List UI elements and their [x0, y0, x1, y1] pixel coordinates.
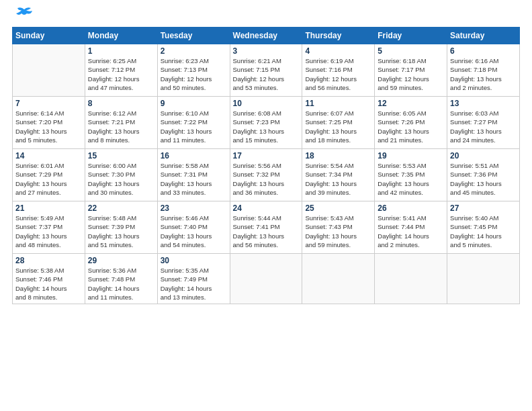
- day-number: 5: [378, 46, 444, 56]
- calendar-week-row: 21Sunrise: 5:49 AMSunset: 7:37 PMDayligh…: [13, 201, 520, 254]
- day-info: Sunrise: 6:16 AMSunset: 7:18 PMDaylight:…: [450, 56, 517, 92]
- day-info: Sunrise: 6:10 AMSunset: 7:22 PMDaylight:…: [161, 109, 227, 144]
- calendar-cell: 2Sunrise: 6:23 AMSunset: 7:13 PMDaylight…: [157, 44, 230, 97]
- day-info: Sunrise: 6:21 AMSunset: 7:15 PMDaylight:…: [233, 56, 300, 92]
- calendar-week-row: 1Sunrise: 6:25 AMSunset: 7:12 PMDaylight…: [13, 44, 520, 97]
- weekday-header-tuesday: Tuesday: [157, 28, 230, 44]
- calendar-cell: 16Sunrise: 5:58 AMSunset: 7:31 PMDayligh…: [157, 149, 230, 201]
- day-info: Sunrise: 6:19 AMSunset: 7:16 PMDaylight:…: [305, 56, 371, 92]
- weekday-header-friday: Friday: [375, 28, 447, 44]
- day-number: 8: [88, 99, 154, 108]
- calendar-cell: 29Sunrise: 5:36 AMSunset: 7:48 PMDayligh…: [85, 254, 157, 304]
- day-number: 3: [233, 46, 300, 56]
- day-number: 7: [15, 99, 82, 108]
- day-number: 1: [88, 46, 154, 56]
- calendar-cell: 24Sunrise: 5:44 AMSunset: 7:41 PMDayligh…: [230, 201, 302, 254]
- day-number: 21: [15, 203, 82, 213]
- calendar-cell: 30Sunrise: 5:35 AMSunset: 7:49 PMDayligh…: [157, 254, 230, 304]
- day-info: Sunrise: 6:00 AMSunset: 7:30 PMDaylight:…: [88, 161, 154, 197]
- calendar-cell: 10Sunrise: 6:08 AMSunset: 7:23 PMDayligh…: [230, 97, 302, 149]
- weekday-header-thursday: Thursday: [302, 28, 375, 44]
- calendar-cell: 3Sunrise: 6:21 AMSunset: 7:15 PMDaylight…: [230, 44, 302, 97]
- calendar-cell: [447, 254, 520, 304]
- calendar-cell: 15Sunrise: 6:00 AMSunset: 7:30 PMDayligh…: [85, 149, 157, 201]
- day-number: 22: [88, 203, 154, 213]
- day-info: Sunrise: 5:58 AMSunset: 7:31 PMDaylight:…: [161, 161, 227, 197]
- day-number: 16: [161, 151, 227, 161]
- day-info: Sunrise: 6:08 AMSunset: 7:23 PMDaylight:…: [233, 109, 300, 144]
- day-info: Sunrise: 6:25 AMSunset: 7:12 PMDaylight:…: [88, 56, 154, 92]
- header: [12, 12, 520, 20]
- day-info: Sunrise: 6:01 AMSunset: 7:29 PMDaylight:…: [15, 161, 82, 197]
- calendar-cell: 22Sunrise: 5:48 AMSunset: 7:39 PMDayligh…: [85, 201, 157, 254]
- calendar-cell: [230, 254, 302, 304]
- weekday-header-sunday: Sunday: [13, 28, 85, 44]
- calendar-week-row: 28Sunrise: 5:38 AMSunset: 7:46 PMDayligh…: [13, 254, 520, 304]
- weekday-header-monday: Monday: [85, 28, 157, 44]
- calendar-cell: 12Sunrise: 6:05 AMSunset: 7:26 PMDayligh…: [375, 97, 447, 149]
- day-info: Sunrise: 5:48 AMSunset: 7:39 PMDaylight:…: [88, 214, 154, 249]
- calendar-cell: 26Sunrise: 5:41 AMSunset: 7:44 PMDayligh…: [375, 201, 447, 254]
- day-info: Sunrise: 6:05 AMSunset: 7:26 PMDaylight:…: [378, 109, 444, 144]
- day-number: 30: [161, 256, 227, 265]
- day-info: Sunrise: 6:12 AMSunset: 7:21 PMDaylight:…: [88, 109, 154, 144]
- weekday-header-wednesday: Wednesday: [230, 28, 302, 44]
- day-number: 2: [161, 46, 227, 56]
- day-info: Sunrise: 5:35 AMSunset: 7:49 PMDaylight:…: [161, 266, 227, 302]
- calendar-week-row: 7Sunrise: 6:14 AMSunset: 7:20 PMDaylight…: [13, 97, 520, 149]
- day-info: Sunrise: 6:07 AMSunset: 7:25 PMDaylight:…: [305, 109, 371, 144]
- day-info: Sunrise: 6:18 AMSunset: 7:17 PMDaylight:…: [378, 56, 444, 92]
- calendar-cell: 6Sunrise: 6:16 AMSunset: 7:18 PMDaylight…: [447, 44, 520, 97]
- calendar-cell: 5Sunrise: 6:18 AMSunset: 7:17 PMDaylight…: [375, 44, 447, 97]
- day-number: 20: [450, 151, 517, 161]
- day-number: 17: [233, 151, 300, 161]
- calendar-cell: [375, 254, 447, 304]
- weekday-header-saturday: Saturday: [447, 28, 520, 44]
- day-info: Sunrise: 5:46 AMSunset: 7:40 PMDaylight:…: [161, 214, 227, 249]
- day-number: 9: [161, 99, 227, 108]
- calendar-cell: 17Sunrise: 5:56 AMSunset: 7:32 PMDayligh…: [230, 149, 302, 201]
- day-number: 26: [378, 203, 444, 213]
- day-info: Sunrise: 5:41 AMSunset: 7:44 PMDaylight:…: [378, 214, 444, 249]
- page: SundayMondayTuesdayWednesdayThursdayFrid…: [0, 0, 532, 411]
- calendar-table: SundayMondayTuesdayWednesdayThursdayFrid…: [12, 27, 520, 304]
- calendar-cell: 14Sunrise: 6:01 AMSunset: 7:29 PMDayligh…: [13, 149, 85, 201]
- day-info: Sunrise: 5:40 AMSunset: 7:45 PMDaylight:…: [450, 214, 517, 249]
- day-number: 13: [450, 99, 517, 108]
- day-number: 15: [88, 151, 154, 161]
- day-info: Sunrise: 6:14 AMSunset: 7:20 PMDaylight:…: [15, 109, 82, 144]
- calendar-cell: 8Sunrise: 6:12 AMSunset: 7:21 PMDaylight…: [85, 97, 157, 149]
- day-number: 14: [15, 151, 82, 161]
- day-info: Sunrise: 5:38 AMSunset: 7:46 PMDaylight:…: [15, 266, 82, 302]
- calendar-cell: 19Sunrise: 5:53 AMSunset: 7:35 PMDayligh…: [375, 149, 447, 201]
- day-number: 27: [450, 203, 517, 213]
- calendar-cell: 13Sunrise: 6:03 AMSunset: 7:27 PMDayligh…: [447, 97, 520, 149]
- calendar-cell: 20Sunrise: 5:51 AMSunset: 7:36 PMDayligh…: [447, 149, 520, 201]
- day-number: 25: [305, 203, 371, 213]
- calendar-cell: 21Sunrise: 5:49 AMSunset: 7:37 PMDayligh…: [13, 201, 85, 254]
- calendar-cell: 11Sunrise: 6:07 AMSunset: 7:25 PMDayligh…: [302, 97, 375, 149]
- day-number: 6: [450, 46, 517, 56]
- logo-bird-icon: [15, 7, 34, 20]
- calendar-week-row: 14Sunrise: 6:01 AMSunset: 7:29 PMDayligh…: [13, 149, 520, 201]
- day-number: 10: [233, 99, 300, 108]
- day-info: Sunrise: 5:49 AMSunset: 7:37 PMDaylight:…: [15, 214, 82, 249]
- day-info: Sunrise: 5:53 AMSunset: 7:35 PMDaylight:…: [378, 161, 444, 197]
- day-info: Sunrise: 5:51 AMSunset: 7:36 PMDaylight:…: [450, 161, 517, 197]
- calendar-cell: 28Sunrise: 5:38 AMSunset: 7:46 PMDayligh…: [13, 254, 85, 304]
- day-number: 28: [15, 256, 82, 265]
- calendar-cell: 4Sunrise: 6:19 AMSunset: 7:16 PMDaylight…: [302, 44, 375, 97]
- day-info: Sunrise: 5:54 AMSunset: 7:34 PMDaylight:…: [305, 161, 371, 197]
- calendar-cell: [302, 254, 375, 304]
- calendar-cell: 7Sunrise: 6:14 AMSunset: 7:20 PMDaylight…: [13, 97, 85, 149]
- calendar-cell: 18Sunrise: 5:54 AMSunset: 7:34 PMDayligh…: [302, 149, 375, 201]
- day-info: Sunrise: 6:23 AMSunset: 7:13 PMDaylight:…: [161, 56, 227, 92]
- day-number: 29: [88, 256, 154, 265]
- calendar-cell: [13, 44, 85, 97]
- day-number: 19: [378, 151, 444, 161]
- day-info: Sunrise: 5:36 AMSunset: 7:48 PMDaylight:…: [88, 266, 154, 302]
- calendar-cell: 23Sunrise: 5:46 AMSunset: 7:40 PMDayligh…: [157, 201, 230, 254]
- day-info: Sunrise: 5:43 AMSunset: 7:43 PMDaylight:…: [305, 214, 371, 249]
- calendar-cell: 25Sunrise: 5:43 AMSunset: 7:43 PMDayligh…: [302, 201, 375, 254]
- day-number: 18: [305, 151, 371, 161]
